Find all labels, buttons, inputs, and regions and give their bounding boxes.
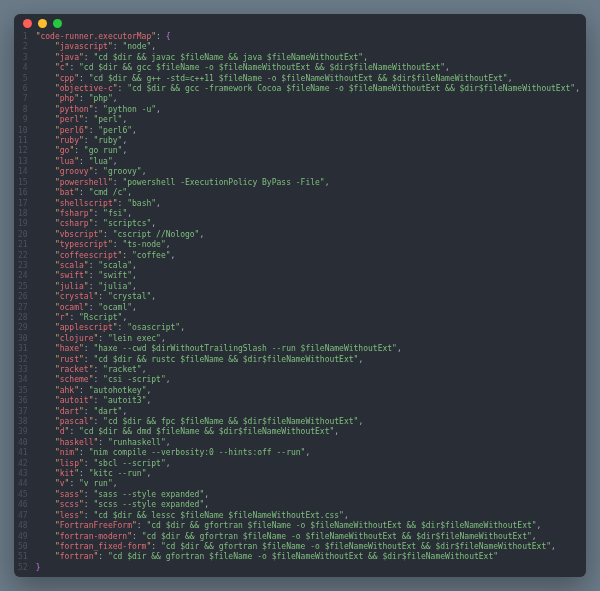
- line-number: 7: [18, 94, 28, 104]
- code-line: "powershell": "powershell -ExecutionPoli…: [36, 178, 586, 188]
- code-line: "lisp": "sbcl --script",: [36, 459, 586, 469]
- line-number: 45: [18, 490, 28, 500]
- line-number: 14: [18, 167, 28, 177]
- code-line: }: [36, 563, 586, 571]
- code-line: "fortran_fixed-form": "cd $dir && gfortr…: [36, 542, 586, 552]
- code-line: "typescript": "ts-node",: [36, 240, 586, 250]
- code-line: "code-runner.executorMap": {: [36, 32, 586, 42]
- line-number: 44: [18, 479, 28, 489]
- line-number: 28: [18, 313, 28, 323]
- code-content[interactable]: "code-runner.executorMap": { "javascript…: [36, 32, 586, 571]
- line-number-gutter: 1234567891011121314151617181920212223242…: [14, 32, 36, 571]
- line-number: 43: [18, 469, 28, 479]
- line-number: 39: [18, 427, 28, 437]
- line-number: 26: [18, 292, 28, 302]
- line-number: 22: [18, 251, 28, 261]
- code-line: "c": "cd $dir && gcc $fileName -o $fileN…: [36, 63, 586, 73]
- line-number: 8: [18, 105, 28, 115]
- titlebar: [14, 14, 586, 32]
- line-number: 46: [18, 500, 28, 510]
- code-line: "csharp": "scriptcs",: [36, 219, 586, 229]
- code-line: "fortran-modern": "cd $dir && gfortran $…: [36, 532, 586, 542]
- code-line: "bat": "cmd /c",: [36, 188, 586, 198]
- code-line: "coffeescript": "coffee",: [36, 251, 586, 261]
- line-number: 3: [18, 53, 28, 63]
- code-line: "objective-c": "cd $dir && gcc -framewor…: [36, 84, 586, 94]
- line-number: 41: [18, 448, 28, 458]
- line-number: 35: [18, 386, 28, 396]
- line-number: 37: [18, 407, 28, 417]
- code-line: "haskell": "runhaskell",: [36, 438, 586, 448]
- code-line: "vbscript": "cscript //Nologo",: [36, 230, 586, 240]
- code-editor[interactable]: 1234567891011121314151617181920212223242…: [14, 32, 586, 577]
- line-number: 52: [18, 563, 28, 573]
- line-number: 10: [18, 126, 28, 136]
- code-line: "scheme": "csi -script",: [36, 375, 586, 385]
- code-line: "php": "php",: [36, 94, 586, 104]
- line-number: 40: [18, 438, 28, 448]
- code-line: "autoit": "autoit3",: [36, 396, 586, 406]
- code-line: "rust": "cd $dir && rustc $fileName && $…: [36, 355, 586, 365]
- line-number: 24: [18, 271, 28, 281]
- code-line: "shellscript": "bash",: [36, 199, 586, 209]
- line-number: 29: [18, 323, 28, 333]
- line-number: 15: [18, 178, 28, 188]
- code-line: "scala": "scala",: [36, 261, 586, 271]
- code-line: "go": "go run",: [36, 146, 586, 156]
- line-number: 50: [18, 542, 28, 552]
- line-number: 17: [18, 199, 28, 209]
- line-number: 6: [18, 84, 28, 94]
- line-number: 4: [18, 63, 28, 73]
- code-line: "ruby": "ruby",: [36, 136, 586, 146]
- line-number: 32: [18, 355, 28, 365]
- code-line: "less": "cd $dir && lessc $fileName $fil…: [36, 511, 586, 521]
- code-line: "racket": "racket",: [36, 365, 586, 375]
- code-line: "dart": "dart",: [36, 407, 586, 417]
- line-number: 38: [18, 417, 28, 427]
- code-line: "ahk": "autohotkey",: [36, 386, 586, 396]
- line-number: 19: [18, 219, 28, 229]
- line-number: 23: [18, 261, 28, 271]
- line-number: 18: [18, 209, 28, 219]
- code-line: "r": "Rscript",: [36, 313, 586, 323]
- code-line: "applescript": "osascript",: [36, 323, 586, 333]
- code-line: "pascal": "cd $dir && fpc $fileName && $…: [36, 417, 586, 427]
- line-number: 12: [18, 146, 28, 156]
- line-number: 5: [18, 74, 28, 84]
- code-line: "groovy": "groovy",: [36, 167, 586, 177]
- line-number: 51: [18, 552, 28, 562]
- line-number: 25: [18, 282, 28, 292]
- zoom-icon[interactable]: [53, 19, 62, 28]
- line-number: 34: [18, 375, 28, 385]
- code-line: "clojure": "lein exec",: [36, 334, 586, 344]
- line-number: 9: [18, 115, 28, 125]
- line-number: 33: [18, 365, 28, 375]
- code-line: "lua": "lua",: [36, 157, 586, 167]
- line-number: 30: [18, 334, 28, 344]
- line-number: 20: [18, 230, 28, 240]
- editor-window: 1234567891011121314151617181920212223242…: [14, 14, 586, 577]
- code-line: "cpp": "cd $dir && g++ -std=c++11 $fileN…: [36, 74, 586, 84]
- minimize-icon[interactable]: [38, 19, 47, 28]
- code-line: "fsharp": "fsi",: [36, 209, 586, 219]
- line-number: 11: [18, 136, 28, 146]
- line-number: 31: [18, 344, 28, 354]
- code-line: "perl6": "perl6",: [36, 126, 586, 136]
- line-number: 36: [18, 396, 28, 406]
- code-line: "v": "v run",: [36, 479, 586, 489]
- code-line: "ocaml": "ocaml",: [36, 303, 586, 313]
- code-line: "fortran": "cd $dir && gfortran $fileNam…: [36, 552, 586, 562]
- code-line: "julia": "julia",: [36, 282, 586, 292]
- code-line: "java": "cd $dir && javac $fileName && j…: [36, 53, 586, 63]
- line-number: 1: [18, 32, 28, 42]
- code-line: "FortranFreeForm": "cd $dir && gfortran …: [36, 521, 586, 531]
- line-number: 48: [18, 521, 28, 531]
- line-number: 49: [18, 532, 28, 542]
- line-number: 42: [18, 459, 28, 469]
- code-line: "swift": "swift",: [36, 271, 586, 281]
- line-number: 16: [18, 188, 28, 198]
- code-line: "nim": "nim compile --verbosity:0 --hint…: [36, 448, 586, 458]
- line-number: 2: [18, 42, 28, 52]
- line-number: 13: [18, 157, 28, 167]
- close-icon[interactable]: [23, 19, 32, 28]
